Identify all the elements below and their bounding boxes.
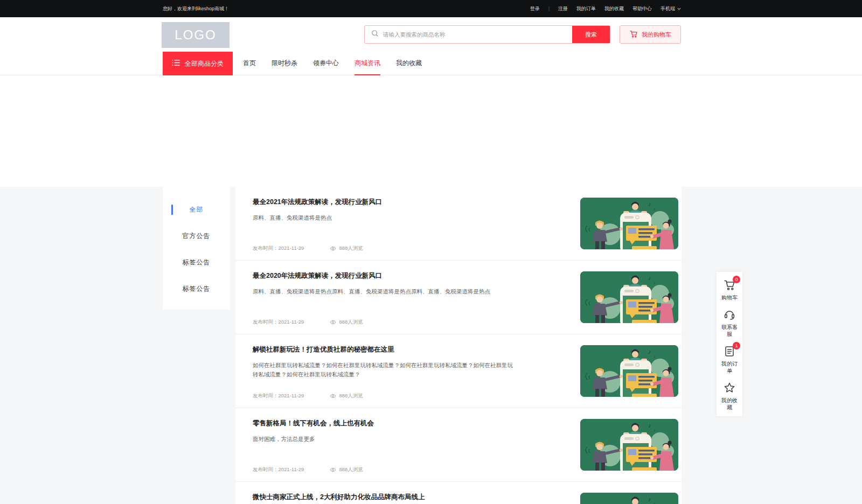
article-thumbnail: ♪ ♪ <box>580 345 678 397</box>
publish-time: 发布时间：2021-11-29 <box>253 393 304 400</box>
svg-text:♪: ♪ <box>654 502 656 504</box>
article-meta: 发布时间：2021-11-29 888人浏览 <box>253 245 363 252</box>
article-thumbnail: ♪ ♪ <box>580 198 678 249</box>
search-icon <box>371 30 379 39</box>
sidebar-item-official-notice[interactable]: 官方公告 <box>163 223 230 249</box>
publish-time: 发布时间：2021-11-29 <box>253 245 304 252</box>
svg-text:♪: ♪ <box>648 422 651 429</box>
chevron-down-icon <box>677 7 681 11</box>
article-row[interactable]: 零售新格局！线下有机会，线上也有机会 面对困难，方法总是更多 发布时间：2021… <box>235 408 682 482</box>
logo[interactable]: LOGO <box>162 22 230 48</box>
help-center-link[interactable]: 帮助中心 <box>632 5 652 12</box>
welcome-text: 您好，欢迎来到likeshop商城！ <box>163 5 229 12</box>
article-row[interactable]: 最全2020年法规政策解读，发现行业新风口 原料、直播、免税渠道将是热点原料、直… <box>235 261 682 334</box>
eye-icon <box>330 246 336 251</box>
shopping-cart-icon <box>629 30 638 39</box>
article-illustration-graphic: ♪ ♪ <box>580 345 678 397</box>
article-summary: 原料、直播、免税渠道将是热点 <box>253 213 517 222</box>
register-link[interactable]: 注册 <box>558 5 568 12</box>
article-illustration-graphic: ♪ ♪ <box>580 271 678 323</box>
view-count: 888人浏览 <box>339 466 363 473</box>
main-nav: 全部商品分类 首页 限时秒杀 领券中心 商城资讯 我的收藏 <box>0 52 862 75</box>
eye-icon <box>330 394 336 398</box>
view-count: 888人浏览 <box>339 393 363 400</box>
sidebar-item-tag-notice-2[interactable]: 标签公告 <box>163 276 230 302</box>
order-list-icon: 1 <box>723 345 736 358</box>
article-row[interactable]: 解锁社群新玩法！打造优质社群的秘密都在这里 如何在社群里玩转私域流量？如何在社群… <box>235 334 682 408</box>
article-list: 最全2021年法规政策解读，发现行业新风口 原料、直播、免税渠道将是热点 发布时… <box>235 187 682 504</box>
article-summary: 面对困难，方法总是更多 <box>253 435 517 444</box>
svg-text:♪: ♪ <box>654 354 656 359</box>
search-bar: 搜索 <box>364 25 610 44</box>
article-row[interactable]: 最全2021年法规政策解读，发现行业新风口 原料、直播、免税渠道将是热点 发布时… <box>235 187 682 261</box>
panel-customer-service-button[interactable]: 联系客服 <box>717 308 742 338</box>
article-thumbnail: ♪ ♪ <box>580 493 678 504</box>
nav-item-my-favorites[interactable]: 我的收藏 <box>396 52 422 75</box>
article-meta: 发布时间：2021-11-29 888人浏览 <box>253 319 363 326</box>
eye-icon <box>330 467 336 472</box>
svg-text:♪: ♪ <box>648 496 651 502</box>
article-row[interactable]: 微快士商家正式上线，2大利好助力化妆品品牌商布局线上 ♪ ♪ <box>235 482 682 504</box>
sidebar-item-tag-notice-1[interactable]: 标签公告 <box>163 249 230 276</box>
article-meta: 发布时间：2021-11-29 888人浏览 <box>253 466 363 473</box>
shopping-cart-icon: 0 <box>723 278 736 291</box>
panel-my-orders-button[interactable]: 1 我的订单 <box>717 345 742 374</box>
svg-text:♪: ♪ <box>654 281 656 285</box>
svg-text:♪: ♪ <box>648 348 651 355</box>
article-meta: 发布时间：2021-11-29 888人浏览 <box>253 393 363 400</box>
article-summary: 如何在社群里玩转私域流量？如何在社群里玩转私域流量？如何在社群里玩转私域流量？如… <box>253 361 517 379</box>
nav-item-home[interactable]: 首页 <box>243 52 256 75</box>
search-input[interactable] <box>383 31 572 38</box>
article-summary: 原料、直播、免税渠道将是热点原料、直播、免税渠道将是热点原料、直播、免税渠道将是… <box>253 287 517 296</box>
cart-count-badge: 0 <box>733 276 740 283</box>
article-thumbnail: ♪ ♪ <box>580 419 678 471</box>
article-illustration-graphic: ♪ ♪ <box>580 493 678 504</box>
all-categories-button[interactable]: 全部商品分类 <box>163 52 233 75</box>
article-thumbnail: ♪ ♪ <box>580 271 678 323</box>
list-icon <box>172 59 180 68</box>
my-orders-link[interactable]: 我的订单 <box>576 5 596 12</box>
topbar: 您好，欢迎来到likeshop商城！ 登录 | 注册 我的订单 我的收藏 帮助中… <box>0 0 862 17</box>
publish-time: 发布时间：2021-11-29 <box>253 466 304 473</box>
view-count: 888人浏览 <box>339 319 363 326</box>
news-category-sidebar: 全部 官方公告 标签公告 标签公告 <box>163 187 230 310</box>
floating-toolbar: 0 购物车 联系客服 1 我的 <box>717 272 742 416</box>
star-icon <box>723 381 736 394</box>
nav-item-flash-sale[interactable]: 限时秒杀 <box>272 52 297 75</box>
nav-item-coupon-center[interactable]: 领券中心 <box>313 52 339 75</box>
sidebar-item-all[interactable]: 全部 <box>163 197 230 223</box>
search-button[interactable]: 搜索 <box>572 26 610 43</box>
svg-text:♪: ♪ <box>648 201 651 207</box>
topbar-divider: | <box>548 6 550 11</box>
banner-area <box>0 75 862 187</box>
article-illustration-graphic: ♪ ♪ <box>580 419 678 471</box>
page: 您好，欢迎来到likeshop商城！ 登录 | 注册 我的订单 我的收藏 帮助中… <box>0 0 862 504</box>
view-count: 888人浏览 <box>339 245 363 252</box>
my-favorites-link[interactable]: 我的收藏 <box>604 5 624 12</box>
header: LOGO 搜索 我的购物车 <box>0 17 862 52</box>
my-cart-button[interactable]: 我的购物车 <box>620 25 681 44</box>
svg-text:♪: ♪ <box>654 207 656 212</box>
eye-icon <box>330 320 336 325</box>
publish-time: 发布时间：2021-11-29 <box>253 319 304 326</box>
panel-cart-button[interactable]: 0 购物车 <box>717 278 742 301</box>
svg-text:♪: ♪ <box>654 428 656 433</box>
active-indicator-bar <box>171 205 173 215</box>
login-link[interactable]: 登录 <box>530 5 540 12</box>
svg-text:♪: ♪ <box>648 275 651 281</box>
panel-my-favorites-button[interactable]: 我的收藏 <box>717 381 742 411</box>
mobile-link[interactable]: 手机端 <box>661 5 681 12</box>
nav-item-mall-news[interactable]: 商城资讯 <box>354 52 380 75</box>
headset-icon <box>723 308 736 321</box>
orders-count-badge: 1 <box>733 342 740 349</box>
article-illustration-graphic: ♪ ♪ <box>580 198 678 249</box>
